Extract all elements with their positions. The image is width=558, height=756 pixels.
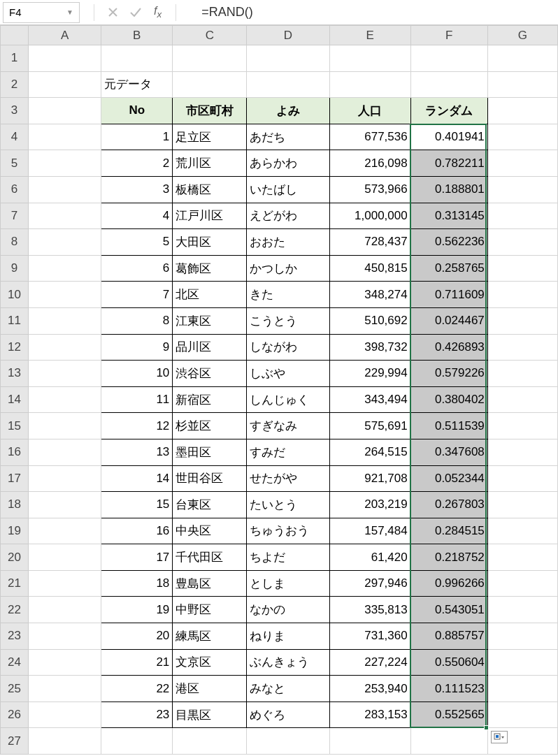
cell-F25[interactable]: 0.111523 [410, 676, 487, 702]
cell-G23[interactable] [487, 623, 557, 650]
cell-E27[interactable] [329, 728, 410, 755]
cell-F13[interactable]: 0.579226 [410, 361, 487, 387]
row-header-14[interactable]: 14 [1, 386, 29, 413]
cell-C15[interactable]: 杉並区 [173, 413, 247, 439]
cell-E2[interactable] [329, 71, 410, 98]
cell-F12[interactable]: 0.426893 [410, 334, 487, 361]
cell-F23[interactable]: 0.885757 [410, 623, 487, 650]
cell-A24[interactable] [29, 649, 101, 676]
cell-G19[interactable] [487, 518, 557, 544]
row-header-26[interactable]: 26 [1, 702, 29, 728]
cell-E23[interactable]: 731,360 [329, 623, 410, 650]
row-header-6[interactable]: 6 [1, 176, 29, 203]
cell-G17[interactable] [487, 465, 557, 492]
cell-B4[interactable]: 1 [101, 124, 173, 150]
cell-C12[interactable]: 品川区 [173, 334, 247, 361]
cell-E18[interactable]: 203,219 [329, 492, 410, 518]
cell-B9[interactable]: 6 [101, 255, 173, 282]
cell-C19[interactable]: 中央区 [173, 518, 247, 544]
cell-E7[interactable]: 1,000,000 [329, 203, 410, 229]
cell-A6[interactable] [29, 176, 101, 203]
cell-G22[interactable] [487, 597, 557, 623]
cell-B22[interactable]: 19 [101, 597, 173, 623]
cell-A13[interactable] [29, 361, 101, 387]
row-header-27[interactable]: 27 [1, 728, 29, 755]
cell-B19[interactable]: 16 [101, 518, 173, 544]
cell-A22[interactable] [29, 597, 101, 623]
col-header-C[interactable]: C [173, 26, 247, 45]
cell-G20[interactable] [487, 544, 557, 571]
cell-A21[interactable] [29, 570, 101, 597]
cell-A23[interactable] [29, 623, 101, 650]
cell-G13[interactable] [487, 361, 557, 387]
cell-A16[interactable] [29, 439, 101, 465]
cell-A3[interactable] [29, 98, 101, 124]
cancel-icon[interactable] [108, 8, 117, 17]
cell-E8[interactable]: 728,437 [329, 229, 410, 256]
row-header-5[interactable]: 5 [1, 150, 29, 177]
fx-icon[interactable]: fx [154, 5, 162, 20]
cell-C14[interactable]: 新宿区 [173, 386, 247, 413]
cell-G25[interactable] [487, 676, 557, 702]
cell-G3[interactable] [487, 98, 557, 124]
cell-D13[interactable]: しぶや [247, 361, 329, 387]
cell-D26[interactable]: めぐろ [247, 702, 329, 728]
cell-D23[interactable]: ねりま [247, 623, 329, 650]
cell-C21[interactable]: 豊島区 [173, 570, 247, 597]
col-header-A[interactable]: A [29, 26, 101, 45]
cell-G11[interactable] [487, 307, 557, 334]
cell-E9[interactable]: 450,815 [329, 255, 410, 282]
cell-D19[interactable]: ちゅうおう [247, 518, 329, 544]
formula-input[interactable] [187, 2, 558, 23]
cell-E12[interactable]: 398,732 [329, 334, 410, 361]
chevron-down-icon[interactable]: ▼ [66, 8, 73, 16]
row-header-24[interactable]: 24 [1, 649, 29, 676]
cell-E25[interactable]: 253,940 [329, 676, 410, 702]
cell-D8[interactable]: おおた [247, 229, 329, 256]
col-header-F[interactable]: F [410, 26, 487, 45]
cell-A10[interactable] [29, 282, 101, 308]
cell-F2[interactable] [410, 71, 487, 98]
cell-G5[interactable] [487, 150, 557, 177]
enter-icon[interactable] [130, 8, 141, 17]
row-header-11[interactable]: 11 [1, 307, 29, 334]
row-header-16[interactable]: 16 [1, 439, 29, 465]
cell-B23[interactable]: 20 [101, 623, 173, 650]
cell-D21[interactable]: としま [247, 570, 329, 597]
cell-G2[interactable] [487, 71, 557, 98]
cell-C17[interactable]: 世田谷区 [173, 465, 247, 492]
cell-F22[interactable]: 0.543051 [410, 597, 487, 623]
cell-C4[interactable]: 足立区 [173, 124, 247, 150]
cell-G9[interactable] [487, 255, 557, 282]
cell-D22[interactable]: なかの [247, 597, 329, 623]
cell-A15[interactable] [29, 413, 101, 439]
cell-C13[interactable]: 渋谷区 [173, 361, 247, 387]
cell-C16[interactable]: 墨田区 [173, 439, 247, 465]
cell-A17[interactable] [29, 465, 101, 492]
cell-B1[interactable] [101, 45, 173, 72]
cell-B24[interactable]: 21 [101, 649, 173, 676]
cell-A9[interactable] [29, 255, 101, 282]
cell-E14[interactable]: 343,494 [329, 386, 410, 413]
cell-E15[interactable]: 575,691 [329, 413, 410, 439]
cell-A20[interactable] [29, 544, 101, 571]
cell-E16[interactable]: 264,515 [329, 439, 410, 465]
cell-B27[interactable] [101, 728, 173, 755]
cell-C11[interactable]: 江東区 [173, 307, 247, 334]
row-header-3[interactable]: 3 [1, 98, 29, 124]
cell-B3[interactable]: No [101, 98, 173, 124]
cell-D2[interactable] [247, 71, 329, 98]
cell-F7[interactable]: 0.313145 [410, 203, 487, 229]
cell-B7[interactable]: 4 [101, 203, 173, 229]
cell-G8[interactable] [487, 229, 557, 256]
row-header-18[interactable]: 18 [1, 492, 29, 518]
cell-B15[interactable]: 12 [101, 413, 173, 439]
cell-F17[interactable]: 0.052344 [410, 465, 487, 492]
cell-E5[interactable]: 216,098 [329, 150, 410, 177]
cell-C6[interactable]: 板橋区 [173, 176, 247, 203]
cell-G6[interactable] [487, 176, 557, 203]
cell-G16[interactable] [487, 439, 557, 465]
cell-D15[interactable]: すぎなみ [247, 413, 329, 439]
cell-B17[interactable]: 14 [101, 465, 173, 492]
cell-D5[interactable]: あらかわ [247, 150, 329, 177]
